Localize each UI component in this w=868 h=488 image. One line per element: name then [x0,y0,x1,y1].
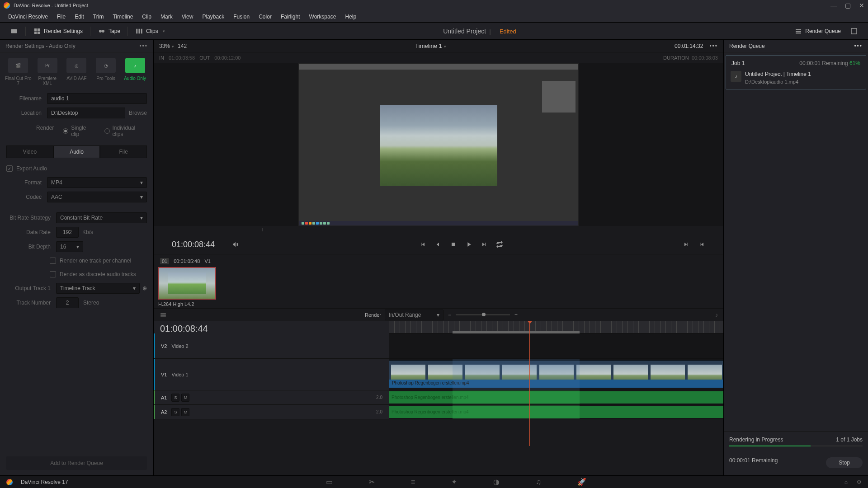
filename-label: Filename [6,95,47,102]
track-header-v1[interactable]: V1 Video 1 [154,359,389,390]
render-mode-select[interactable]: In/Out Range▾ [385,310,443,320]
render-job[interactable]: Job 1 00:00:01 Remaining 61% ♪ Untitled … [726,55,866,89]
clip-thumbnail[interactable] [158,267,216,300]
data-rate-input[interactable] [56,227,79,238]
menu-view[interactable]: View [177,14,198,20]
page-fairlight[interactable]: ♫ [536,478,541,486]
viewer-menu-icon[interactable]: ••• [709,43,718,49]
solo-a2[interactable]: S [171,408,179,416]
prev-clip-icon[interactable] [419,241,426,248]
clips-button[interactable]: Clips [131,25,170,37]
solo-a1[interactable]: S [171,394,179,402]
menu-timeline[interactable]: Timeline [108,14,137,20]
timeline-title[interactable]: Timeline 1 [187,42,675,49]
go-start-icon[interactable] [698,241,705,248]
expand-icon[interactable] [845,25,863,37]
tape-button[interactable]: Tape [93,25,125,37]
settings-icon[interactable]: ⚙ [857,479,862,485]
render-discrete-checkbox[interactable] [50,271,56,277]
page-edit[interactable]: ≡ [411,478,415,486]
render-one-checkbox[interactable] [50,258,56,264]
export-audio-checkbox[interactable]: ✓ [6,165,13,172]
track-a2-content[interactable]: Photoshop Regenbogen erstellen.mp4 [389,405,723,419]
zoom-out-icon[interactable]: − [448,312,451,318]
menu-clip[interactable]: Clip [137,14,156,20]
bit-depth-select[interactable]: 16▾ [56,241,83,252]
play-icon[interactable] [465,241,472,248]
next-clip-icon[interactable] [481,241,488,248]
loop-icon[interactable] [496,241,503,248]
volume-icon[interactable] [232,241,239,248]
page-color[interactable]: ◑ [493,478,500,486]
zoom-slider[interactable] [456,314,510,315]
zoom-in-icon[interactable]: + [514,312,518,318]
menu-edit[interactable]: Edit [70,14,89,20]
page-fusion[interactable]: ✦ [451,478,457,486]
menu-davinci[interactable]: DaVinci Resolve [4,14,52,20]
radio-individual-clips[interactable]: Individual clips [104,125,147,137]
menu-workspace[interactable]: Workspace [305,14,341,20]
mute-a1[interactable]: M [181,394,189,402]
tab-audio[interactable]: Audio [53,145,100,158]
track-a1-content[interactable]: Photoshop Regenbogen erstellen.mp4 [389,390,723,404]
timeline-ruler[interactable] [389,321,723,333]
track-v2-content[interactable] [389,333,723,358]
stop-button[interactable]: Stop [826,457,863,468]
page-deliver[interactable]: 🚀 [577,478,586,486]
mute-a2[interactable]: M [181,408,189,416]
deliver-icon[interactable] [5,25,23,37]
maximize-button[interactable]: ▢ [845,2,851,9]
bitrate-strategy-select[interactable]: Constant Bit Rate▾ [56,212,147,223]
scrubber[interactable] [172,226,705,235]
menu-trim[interactable]: Trim [89,14,108,20]
page-media[interactable]: ▭ [326,478,333,486]
format-select[interactable]: MP4▾ [47,177,147,188]
timeline-view-icon[interactable] [159,312,167,318]
filename-input[interactable] [47,93,147,104]
track-number-input[interactable] [56,297,79,308]
step-back-icon[interactable] [434,241,442,248]
menu-fusion[interactable]: Fusion [229,14,254,20]
close-button[interactable]: ✕ [859,2,864,9]
track-header-v2[interactable]: V2 Video 2 [154,333,389,358]
preset-premiere[interactable]: PrPremiere XML [33,58,61,86]
add-to-render-queue-button[interactable]: Add to Render Queue [6,456,147,470]
menu-fairlight[interactable]: Fairlight [276,14,305,20]
preset-protools[interactable]: ◔Pro Tools [92,58,120,86]
viewer-area[interactable] [154,63,723,226]
browse-button[interactable]: Browse [129,110,147,116]
menu-color[interactable]: Color [254,14,276,20]
menu-playback[interactable]: Playback [198,14,229,20]
menu-help[interactable]: Help [340,14,361,20]
codec-select[interactable]: AAC▾ [47,192,147,202]
audio-clip-a2[interactable]: Photoshop Regenbogen erstellen.mp4 [389,406,723,418]
add-track-icon[interactable]: ⊕ [142,285,147,291]
output-track-select[interactable]: Timeline Track▾ [56,283,140,294]
tab-file[interactable]: File [100,145,147,158]
tab-video[interactable]: Video [6,145,53,158]
audio-icon[interactable]: ♪ [715,312,718,318]
menu-mark[interactable]: Mark [156,14,177,20]
preset-fcp7[interactable]: 🎬Final Cut Pro 7 [4,58,32,86]
minimize-button[interactable]: — [830,2,837,9]
location-input[interactable] [47,108,125,118]
menu-file[interactable]: File [52,14,70,20]
video-clip[interactable]: Photoshop Regenbogen erstellen.mp4 [389,361,723,388]
zoom-select[interactable]: 33% [159,43,174,49]
queue-menu-icon[interactable]: ••• [854,43,863,49]
go-end-icon[interactable] [683,241,690,248]
playhead[interactable] [529,321,530,446]
render-settings-button[interactable]: Render Settings [28,25,87,37]
home-icon[interactable]: ⌂ [844,479,848,485]
page-cut[interactable]: ✂ [369,478,375,486]
radio-single-clip[interactable]: Single clip [63,125,95,137]
preset-avid[interactable]: ◎AVID AAF [62,58,90,86]
track-header-a1[interactable]: A1 SM 2.0 [154,390,389,404]
audio-clip-a1[interactable]: Photoshop Regenbogen erstellen.mp4 [389,391,723,404]
track-header-a2[interactable]: A2 SM 2.0 [154,405,389,419]
track-v1-content[interactable]: Photoshop Regenbogen erstellen.mp4 [389,359,723,390]
panel-menu-icon[interactable]: ••• [139,43,148,49]
render-queue-button[interactable]: Render Queue [790,25,845,37]
stop-icon[interactable] [450,241,457,248]
preset-audio-only[interactable]: ♪Audio Only [121,58,149,86]
